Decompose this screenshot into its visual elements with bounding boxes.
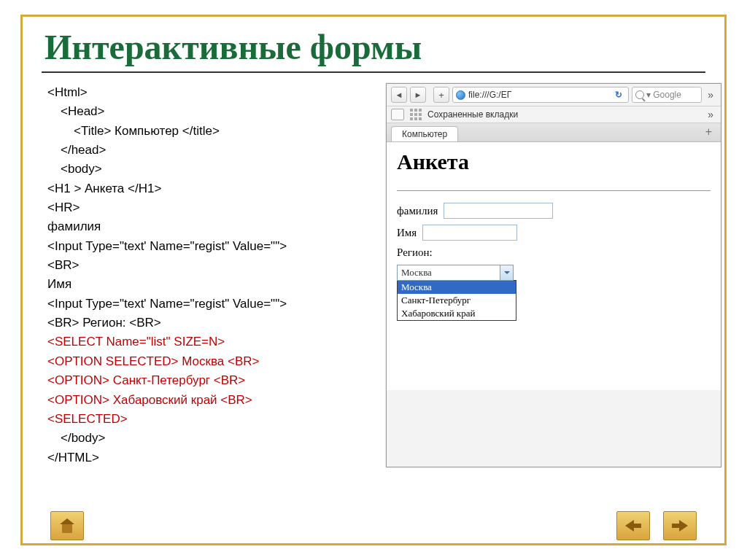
- toolbar-more-icon[interactable]: »: [705, 89, 716, 101]
- code-line: <Head>: [47, 102, 371, 121]
- select-value: Москва: [401, 267, 432, 279]
- active-tab[interactable]: Компьютер: [391, 126, 458, 141]
- code-line: </body>: [47, 429, 371, 448]
- browser-window: ◄ ► + file:///G:/ЕГ ↻ ▾ Google »: [386, 83, 721, 467]
- grid-icon[interactable]: [410, 109, 422, 120]
- bookmarks-bar: Сохраненные вкладки »: [387, 106, 721, 123]
- forward-button[interactable]: ►: [410, 87, 426, 103]
- search-icon: [635, 90, 644, 99]
- code-line: </HTML>: [47, 448, 371, 467]
- code-line: <H1 > Анкета </H1>: [47, 179, 371, 198]
- lastname-row: фамилия: [397, 203, 711, 219]
- html-code-listing: <Html><Head><Title> Компьютер </title></…: [47, 83, 371, 467]
- search-bar[interactable]: ▾ Google: [632, 87, 702, 103]
- back-button[interactable]: ◄: [391, 87, 407, 103]
- home-icon: [58, 518, 76, 533]
- dropdown-option[interactable]: Москва: [398, 281, 516, 294]
- firstname-input[interactable]: [422, 225, 517, 241]
- page-heading: Анкета: [397, 149, 711, 174]
- arrow-left-icon: [625, 520, 634, 532]
- next-slide-button[interactable]: [663, 511, 697, 540]
- browser-preview-column: ◄ ► + file:///G:/ЕГ ↻ ▾ Google »: [386, 83, 721, 467]
- tab-plus-button[interactable]: +: [701, 125, 716, 141]
- code-line: <OPTION> Хабаровский край <BR>: [47, 391, 371, 410]
- home-button[interactable]: [50, 511, 84, 540]
- region-dropdown[interactable]: МоскваСанкт-ПетербургХабаровский край: [397, 280, 516, 321]
- horizontal-rule: [397, 190, 711, 191]
- page-body: Анкета фамилия Имя Регион: Москва: [387, 142, 721, 390]
- chevron-down-icon[interactable]: [500, 265, 513, 280]
- address-bar[interactable]: file:///G:/ЕГ ↻: [452, 87, 629, 103]
- dropdown-option[interactable]: Санкт-Петербург: [398, 294, 516, 307]
- code-line: <body>: [47, 160, 371, 179]
- code-line: <Html>: [47, 83, 371, 102]
- content-area: <Html><Head><Title> Компьютер </title></…: [23, 80, 724, 467]
- code-line: <Input Type="text' Name="regist" Value="…: [47, 237, 371, 256]
- code-line: <BR> Регион: <BR>: [47, 314, 371, 332]
- firstname-label: Имя: [397, 227, 417, 239]
- dropdown-option[interactable]: Хабаровский край: [398, 307, 516, 320]
- code-line: <OPTION> Санкт-Петербург <BR>: [47, 371, 371, 390]
- code-line: <Title> Компьютер </title>: [47, 122, 371, 141]
- globe-icon: [456, 90, 465, 100]
- slide-nav: [23, 511, 724, 540]
- region-row: Регион:: [397, 246, 711, 259]
- firstname-row: Имя: [397, 225, 711, 241]
- code-line: </head>: [47, 141, 371, 160]
- lastname-input[interactable]: [444, 203, 553, 219]
- region-label: Регион:: [397, 246, 433, 259]
- code-line: <OPTION SELECTED> Москва <BR>: [47, 352, 371, 371]
- code-line: <SELECT Name="list" SIZE=N>: [47, 332, 371, 351]
- tabs-row: Компьютер +: [387, 123, 721, 142]
- book-icon[interactable]: [391, 109, 404, 120]
- arrow-right-icon: [679, 520, 688, 532]
- code-line: <Input Type="text' Name="regist" Value="…: [47, 295, 371, 314]
- code-line: <SELECTED>: [47, 410, 371, 429]
- prev-slide-button[interactable]: [616, 511, 650, 540]
- slide-title: Интерактивные формы: [23, 17, 724, 71]
- search-placeholder: Google: [653, 90, 681, 100]
- code-line: <HR>: [47, 198, 371, 217]
- region-select[interactable]: Москва: [397, 265, 514, 281]
- code-line: <BR>: [47, 256, 371, 275]
- slide-frame: Интерактивные формы <Html><Head><Title> …: [20, 15, 727, 545]
- bookmarks-more-icon[interactable]: »: [705, 109, 716, 120]
- code-line: Имя: [47, 275, 371, 294]
- tab-title: Компьютер: [402, 129, 447, 139]
- browser-toolbar: ◄ ► + file:///G:/ЕГ ↻ ▾ Google »: [387, 84, 721, 106]
- reload-icon[interactable]: ↻: [615, 90, 625, 100]
- new-tab-button[interactable]: +: [433, 87, 449, 103]
- bookmarks-label[interactable]: Сохраненные вкладки: [427, 109, 518, 120]
- code-line: фамилия: [47, 217, 371, 236]
- address-text: file:///G:/ЕГ: [468, 90, 511, 100]
- title-underline: [42, 71, 705, 73]
- lastname-label: фамилия: [397, 205, 438, 217]
